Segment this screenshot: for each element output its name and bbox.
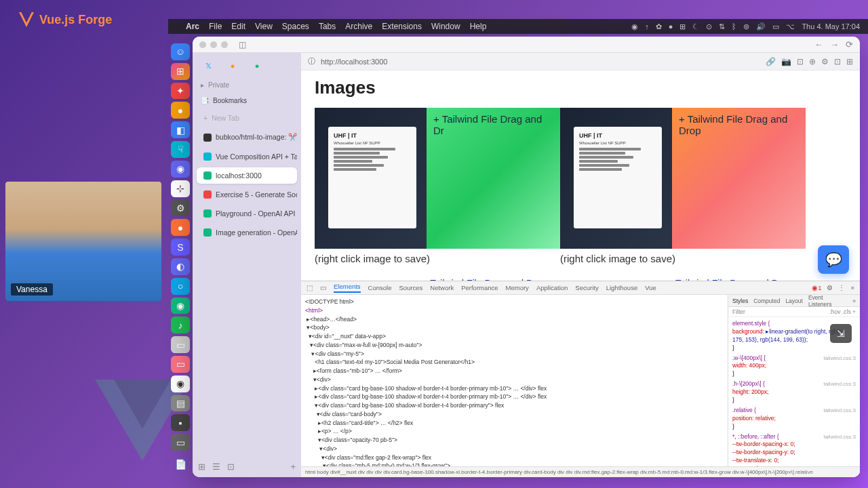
sidebar-tab-item[interactable]: bubkoo/html-to-image: ✂️ Gen... (197, 129, 297, 146)
dock-spotify[interactable]: ♪ (171, 317, 190, 333)
devtools-tab-console[interactable]: Console (368, 284, 392, 291)
bluetooth-icon[interactable]: ᛒ (732, 22, 736, 30)
macos-menubar[interactable]: Arc File Edit View Spaces Tabs Archive E… (168, 19, 868, 34)
sidebar-tab-item[interactable]: Playground - OpenAI API (197, 205, 297, 222)
url-bar[interactable]: ⓘ http://localhost:3000 🔗 📷 ⊡ ⊕ ⚙ ⊡ ⊞ (301, 53, 860, 70)
devtools-tab-elements[interactable]: Elements (334, 283, 361, 293)
battery-icon[interactable]: ▭ (772, 22, 779, 31)
menu-archive[interactable]: Archive (345, 22, 372, 31)
volume-icon[interactable]: 🔊 (756, 22, 766, 31)
styles-tab-listeners[interactable]: Event Listeners (808, 295, 847, 308)
menu-view[interactable]: View (255, 22, 273, 31)
dock-finder[interactable]: ☺ (171, 43, 190, 60)
devtools-menu-icon[interactable]: ⋮ (838, 284, 845, 291)
dock-launchpad[interactable]: ⊞ (171, 63, 190, 80)
dock-app[interactable]: ▤ (171, 395, 190, 412)
menu-spaces[interactable]: Spaces (282, 22, 309, 31)
url-action-icon[interactable]: ⊡ (834, 57, 841, 66)
inspect-icon[interactable]: ⬚ (307, 284, 313, 291)
macos-dock[interactable]: ☺ ⊞ ✦ ● ◧ ☟ ◉ ⊹ ⚙ ● S ◐ ○ ◉ ♪ ▭ ▭ ◉ ▤ ▪ … (168, 39, 193, 473)
dock-slack[interactable]: ⊹ (171, 180, 190, 197)
sidebar-bottom-toolbar[interactable]: ⊞ ☰ ⊡ + (193, 456, 301, 477)
sidebar-icon[interactable]: ⊡ (227, 462, 235, 472)
sidebar-new-tab[interactable]: +New Tab (197, 110, 297, 126)
status-icon[interactable]: ◉ (631, 22, 638, 31)
url-action-icon[interactable]: 🔗 (766, 57, 776, 66)
dock-downloads[interactable]: 📄 (171, 456, 190, 473)
styles-filter[interactable]: Filter (732, 308, 745, 315)
dock-app[interactable]: ◉ (171, 161, 190, 178)
dock-app[interactable]: ● (171, 102, 190, 119)
url-action-icon[interactable]: ⊞ (846, 57, 853, 66)
dock-settings[interactable]: ⚙ (171, 200, 190, 217)
devtools-tab-memory[interactable]: Memory (506, 284, 529, 291)
dock-app[interactable]: S (171, 239, 190, 256)
dock-app[interactable]: ○ (171, 278, 190, 295)
devtools-tab-security[interactable]: Security (575, 284, 598, 291)
devtools-settings-icon[interactable]: ⚙ (827, 284, 833, 291)
devtools-tab-application[interactable]: Application (536, 284, 568, 291)
url-action-icon[interactable]: ⊕ (809, 57, 816, 66)
styles-tab-computed[interactable]: Computed (753, 298, 780, 304)
url-action-icon[interactable]: ⚙ (821, 57, 829, 66)
window-controls[interactable] (199, 41, 228, 48)
menu-edit[interactable]: Edit (231, 22, 245, 31)
devtools-tab-performance[interactable]: Performance (461, 284, 498, 291)
device-icon[interactable]: ▭ (320, 284, 326, 291)
dock-app[interactable]: ▭ (171, 434, 190, 451)
dock-terminal[interactable]: ▪ (171, 414, 190, 431)
devtools-elements-tree[interactable]: <!DOCTYPE html> <html> ▸<head>…</head> ▾… (301, 295, 728, 466)
site-info-icon[interactable]: ⓘ (308, 56, 315, 66)
control-center-icon[interactable]: ⌥ (786, 22, 795, 31)
sidebar-tab-item[interactable]: Vue Composition API + Tailwind... (197, 148, 297, 165)
chat-button[interactable]: 💬 (818, 245, 849, 274)
status-icon[interactable]: ⇅ (719, 22, 725, 31)
dock-app[interactable]: ◐ (171, 258, 190, 275)
styles-tab-styles[interactable]: Styles (732, 298, 748, 304)
image-thumbnail[interactable]: UHF | IT Whosoeller List NF SUPP (560, 108, 672, 249)
status-icon[interactable]: ↑ (645, 22, 649, 30)
menubar-datetime[interactable]: Thu 4. May 17:04 (802, 22, 860, 30)
sidebar-pinned-tab[interactable]: ● (226, 60, 239, 72)
sidebar-pinned-tab[interactable]: ● (251, 60, 263, 72)
sidebar-private-section[interactable]: ▸Private (193, 77, 301, 93)
menu-extensions[interactable]: Extensions (382, 22, 422, 31)
dock-app[interactable]: ▭ (171, 356, 190, 373)
status-icon[interactable]: ● (669, 22, 673, 30)
reload-button[interactable]: ⟳ (846, 39, 853, 49)
sidebar-bookmarks-section[interactable]: 📑Bookmarks (193, 93, 301, 108)
devtools-tab-vue[interactable]: Vue (645, 284, 656, 291)
devtools-tab-network[interactable]: Network (430, 284, 454, 291)
dock-app[interactable]: ▭ (171, 336, 190, 353)
back-button[interactable]: ← (814, 39, 823, 49)
sidebar-tab-item[interactable]: Image generation - OpenAI API (197, 224, 297, 241)
sidebar-icon[interactable]: ☰ (212, 462, 220, 472)
devtools-tab-sources[interactable]: Sources (399, 284, 422, 291)
sidebar-tab-item-active[interactable]: localhost:3000 (197, 167, 297, 184)
url-action-icon[interactable]: 📷 (781, 57, 791, 66)
image-thumbnail[interactable]: UHF | IT Whosoeller List NF SUPP (315, 108, 427, 249)
dock-firefox[interactable]: ● (171, 219, 190, 236)
status-icon[interactable]: ✿ (656, 22, 662, 31)
menu-window[interactable]: Window (431, 22, 460, 31)
sidebar-icon[interactable]: ⊞ (198, 462, 205, 472)
forward-button[interactable]: → (830, 39, 839, 49)
dock-vscode[interactable]: ◧ (171, 121, 190, 138)
menubar-app[interactable]: Arc (186, 22, 199, 31)
sidebar-add-icon[interactable]: + (290, 462, 296, 472)
styles-hov[interactable]: :hov .cls + (829, 308, 856, 315)
devtools-close-icon[interactable]: × (850, 284, 854, 291)
menu-file[interactable]: File (209, 22, 222, 31)
pip-button[interactable]: ⇲ (830, 324, 852, 343)
dock-app[interactable]: ✦ (171, 83, 190, 100)
menu-tabs[interactable]: Tabs (319, 22, 336, 31)
devtools-errors-icon[interactable]: ◉1 (812, 284, 821, 291)
menu-help[interactable]: Help (470, 22, 487, 31)
dock-app[interactable]: ☟ (171, 141, 190, 158)
dock-app[interactable]: ◉ (171, 298, 190, 314)
sidebar-tab-item[interactable]: Exercise 5 - Generate Social Im... (197, 186, 297, 203)
devtools-breadcrumbs[interactable]: html body div#__nuxt div div div div.car… (301, 466, 860, 477)
sidebar-toggle-icon[interactable]: ◫ (239, 40, 246, 49)
sidebar-pinned-twitter[interactable]: 𝕏 (202, 60, 214, 72)
styles-tab-layout[interactable]: Layout (785, 298, 803, 304)
